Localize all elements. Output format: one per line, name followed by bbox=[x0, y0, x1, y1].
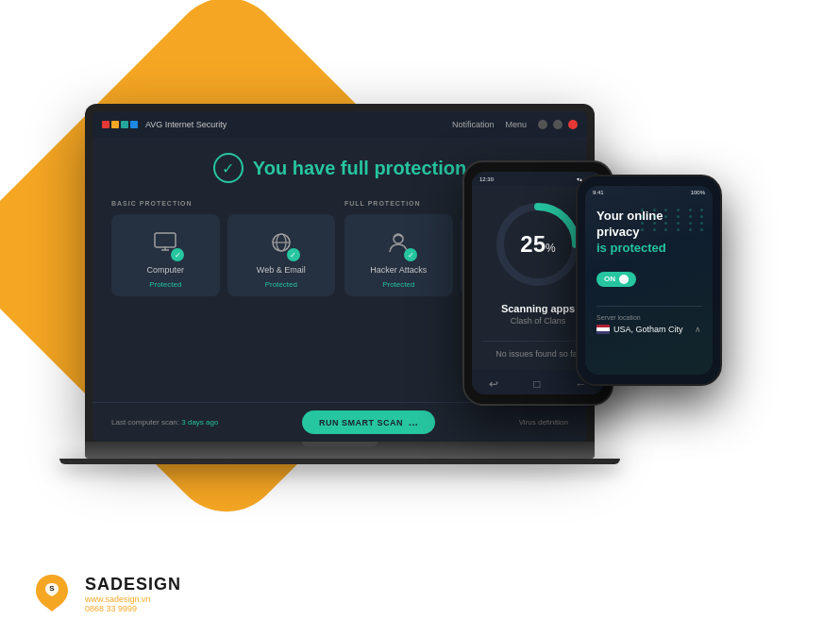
computer-check: ✓ bbox=[171, 248, 184, 261]
hacker-attacks-card[interactable]: ✓ Hacker Attacks Protected bbox=[344, 214, 453, 296]
titlebar-right: Notification Menu bbox=[452, 120, 578, 129]
nav-back-icon[interactable]: ↩ bbox=[489, 377, 498, 391]
titlebar-left: AVG Internet Security bbox=[102, 120, 227, 129]
vpn-status-bar: 9:41 100% bbox=[585, 186, 713, 199]
virus-definition: Virus definition bbox=[519, 418, 568, 427]
vpn-toggle[interactable]: ON bbox=[596, 272, 636, 287]
hero-static: You have bbox=[253, 158, 335, 178]
usa-flag-icon bbox=[596, 325, 610, 334]
computer-icon: ✓ bbox=[148, 226, 182, 259]
hacker-icon: ✓ bbox=[381, 226, 415, 259]
toggle-circle bbox=[619, 275, 629, 284]
web-email-icon: ✓ bbox=[264, 226, 298, 259]
svg-rect-0 bbox=[155, 233, 176, 247]
web-email-check: ✓ bbox=[287, 248, 300, 261]
server-location[interactable]: USA, Gotham City ∧ bbox=[596, 325, 701, 334]
phone-time: 12:30 bbox=[479, 176, 494, 182]
avg-logo bbox=[102, 121, 138, 128]
window-controls bbox=[538, 120, 578, 129]
computer-card-name: Computer bbox=[146, 265, 184, 275]
app-name-label: AVG Internet Security bbox=[145, 120, 227, 129]
vpn-phone-mockup: 9:41 100% bbox=[576, 175, 722, 386]
computer-card-status: Protected bbox=[149, 280, 181, 289]
last-scan-value: 3 days ago bbox=[181, 418, 218, 427]
logo-sq-red bbox=[102, 121, 109, 128]
server-arrow-icon: ∧ bbox=[695, 325, 701, 334]
scan-progress-circle: 25% bbox=[491, 197, 585, 292]
sadesign-icon: S bbox=[28, 570, 76, 617]
last-scan-info: Last computer scan: 3 days ago bbox=[111, 418, 218, 427]
menu-label[interactable]: Menu bbox=[505, 120, 527, 129]
laptop-bottom bbox=[59, 459, 620, 464]
progress-text: 25% bbox=[520, 231, 555, 258]
vpn-phone-screen: 9:41 100% bbox=[585, 186, 713, 375]
logo-sq-orange bbox=[111, 121, 119, 128]
computer-card[interactable]: ✓ Computer Protected bbox=[111, 214, 220, 296]
vpn-phone-body: 9:41 100% bbox=[576, 175, 722, 386]
maximize-button[interactable] bbox=[553, 120, 563, 129]
sadesign-phone: 0868 33 9999 bbox=[85, 604, 181, 613]
main-scene: AVG Internet Security Notification Menu bbox=[0, 0, 840, 636]
run-scan-label: RUN SMART SCAN bbox=[319, 418, 403, 427]
sadesign-url: www.sadesign.vn bbox=[85, 594, 181, 604]
web-email-card-name: Web & Email bbox=[257, 265, 306, 275]
web-email-card-status: Protected bbox=[265, 280, 297, 289]
close-button[interactable] bbox=[568, 120, 578, 129]
vpn-battery: 100% bbox=[691, 190, 705, 195]
titlebar: AVG Internet Security Notification Menu bbox=[92, 111, 587, 138]
laptop-base bbox=[85, 442, 595, 459]
hero-highlight: full protection bbox=[341, 158, 466, 178]
nav-home-icon[interactable]: □ bbox=[533, 377, 540, 391]
hero-text: You have full protection bbox=[253, 158, 466, 179]
basic-protection-section: BASIC PROTECTION bbox=[111, 200, 335, 296]
minimize-button[interactable] bbox=[538, 120, 547, 129]
scanning-label: Scanning apps bbox=[501, 303, 575, 314]
scanning-app-name: Clash of Clans bbox=[511, 316, 566, 326]
logo-sq-blue bbox=[130, 121, 138, 128]
laptop-notch bbox=[302, 442, 378, 447]
svg-text:S: S bbox=[49, 584, 55, 593]
server-city: USA, Gotham City bbox=[613, 325, 695, 334]
toggle-label: ON bbox=[604, 275, 615, 283]
protection-check-icon: ✓ bbox=[213, 153, 244, 183]
web-email-card[interactable]: ✓ Web & Email Protected bbox=[227, 214, 336, 296]
hacker-check: ✓ bbox=[404, 248, 417, 261]
hacker-card-name: Hacker Attacks bbox=[370, 265, 427, 275]
percent-symbol: % bbox=[546, 242, 556, 255]
bottom-bar: Last computer scan: 3 days ago RUN SMART… bbox=[92, 402, 587, 442]
hacker-card-status: Protected bbox=[382, 280, 414, 289]
run-smart-scan-button[interactable]: RUN SMART SCAN ... bbox=[302, 410, 435, 434]
sadesign-text-block: SADESIGN www.sadesign.vn 0868 33 9999 bbox=[85, 575, 181, 613]
sadesign-brand-name: SADESIGN bbox=[85, 575, 181, 594]
logo-sq-green bbox=[121, 121, 128, 128]
sadesign-logo: S SADESIGN www.sadesign.vn 0868 33 9999 bbox=[28, 570, 181, 617]
progress-percent: 25 bbox=[520, 231, 546, 257]
notification-label[interactable]: Notification bbox=[452, 120, 495, 129]
dots-decoration bbox=[637, 205, 713, 318]
basic-cards-row: ✓ Computer Protected bbox=[111, 214, 335, 296]
basic-protection-label: BASIC PROTECTION bbox=[111, 200, 335, 207]
scan-dots: ... bbox=[409, 417, 418, 427]
vpn-time: 9:41 bbox=[593, 190, 604, 195]
